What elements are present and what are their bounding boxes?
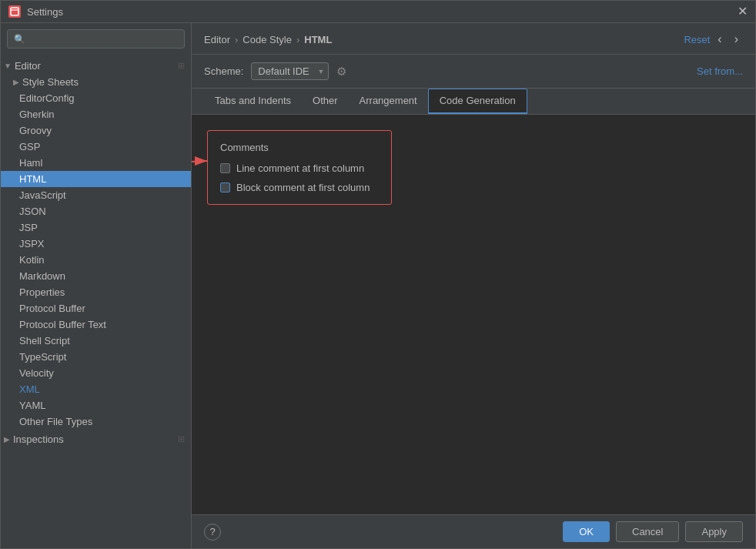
breadcrumb: Editor › Code Style › HTML [204, 34, 332, 45]
sidebar-item-label: YAML [19, 400, 45, 411]
search-input[interactable] [28, 33, 178, 45]
sidebar-item-html[interactable]: HTML [1, 171, 191, 187]
sidebar-item-velocity[interactable]: Velocity [1, 365, 191, 381]
expand-icon-right: ⊞ [178, 61, 185, 71]
sidebar-item-protocol-buffer-text[interactable]: Protocol Buffer Text [1, 316, 191, 333]
breadcrumb-editor: Editor [204, 34, 230, 45]
sidebar-item-label: JSP [19, 222, 38, 233]
comments-box: Comments Line comment at first column Bl… [207, 130, 392, 205]
sidebar-item-label: HTML [19, 173, 46, 185]
sidebar-item-label: Velocity [19, 367, 54, 379]
sidebar: 🔍 ▼ Editor ⊞ ▶ Style Sheets [1, 23, 192, 548]
tabs-bar: Tabs and Indents Other Arrangement Code … [192, 89, 755, 115]
comments-section-title: Comments [220, 142, 379, 153]
sidebar-item-label: EditorConfig [19, 92, 75, 104]
search-box[interactable]: 🔍 [7, 29, 185, 49]
block-comment-checkbox[interactable] [220, 182, 230, 192]
sidebar-item-gsp[interactable]: GSP [1, 139, 191, 155]
sidebar-item-editor[interactable]: ▼ Editor ⊞ [1, 58, 191, 74]
sidebar-item-gherkin[interactable]: Gherkin [1, 106, 191, 122]
cancel-button[interactable]: Cancel [616, 521, 679, 542]
scheme-select-wrapper: Default IDE [251, 62, 329, 80]
sidebar-item-jsp[interactable]: JSP [1, 219, 191, 236]
sidebar-item-groovy[interactable]: Groovy [1, 122, 191, 139]
gear-button[interactable]: ⚙ [336, 65, 346, 79]
breadcrumb-nav: Reset ‹ › [684, 31, 743, 48]
apply-button[interactable]: Apply [685, 521, 743, 542]
chevron-right-icon: ▶ [4, 435, 10, 444]
sidebar-item-json[interactable]: JSON [1, 203, 191, 219]
sidebar-item-javascript[interactable]: JavaScript [1, 187, 191, 203]
ok-button[interactable]: OK [563, 521, 610, 542]
bottom-right-buttons: OK Cancel Apply [563, 521, 743, 542]
settings-window: Settings ✕ 🔍 ▼ Editor ⊞ [0, 0, 756, 549]
chevron-right-icon: ▶ [13, 78, 19, 86]
sidebar-item-label: Properties [19, 286, 65, 298]
breadcrumb-bar: Editor › Code Style › HTML Reset ‹ › [192, 23, 755, 55]
sidebar-item-label: Haml [19, 157, 42, 169]
scheme-select[interactable]: Default IDE [251, 62, 329, 80]
sidebar-item-label: JSPX [19, 238, 45, 249]
line-comment-label: Line comment at first column [236, 162, 364, 174]
sidebar-item-label: Shell Script [19, 335, 70, 346]
nav-forward-button[interactable]: › [730, 31, 743, 48]
sidebar-item-label: JavaScript [19, 189, 66, 201]
panel-content: Comments Line comment at first column Bl… [192, 115, 755, 514]
sidebar-item-label: TypeScript [19, 351, 66, 363]
breadcrumb-code-style: Code Style [243, 34, 292, 45]
sidebar-item-label: XML [19, 383, 40, 395]
tab-code-generation[interactable]: Code Generation [428, 89, 527, 114]
reset-button[interactable]: Reset [684, 34, 710, 45]
sidebar-item-label: JSON [19, 206, 46, 217]
sidebar-item-label: Other File Types [19, 416, 92, 427]
tab-tabs-and-indents[interactable]: Tabs and Indents [204, 89, 302, 114]
tab-other[interactable]: Other [302, 89, 349, 114]
chevron-down-icon: ▼ [4, 62, 12, 70]
sidebar-item-label: Gherkin [19, 109, 55, 120]
app-icon [8, 5, 21, 18]
sidebar-item-label: Protocol Buffer Text [19, 319, 106, 330]
sidebar-item-label: Editor [15, 60, 41, 72]
sidebar-item-markdown[interactable]: Markdown [1, 268, 191, 284]
sidebar-item-label: Protocol Buffer [19, 303, 85, 314]
sidebar-item-editor-config[interactable]: EditorConfig [1, 90, 191, 106]
main-content: Editor › Code Style › HTML Reset ‹ › Sch… [192, 23, 755, 548]
sidebar-item-protocol-buffer[interactable]: Protocol Buffer [1, 300, 191, 316]
bottom-bar: ? OK Cancel Apply [192, 514, 755, 548]
sidebar-item-other-file-types[interactable]: Other File Types [1, 413, 191, 430]
tab-arrangement[interactable]: Arrangement [349, 89, 428, 114]
sidebar-item-typescript[interactable]: TypeScript [1, 349, 191, 365]
sidebar-item-haml[interactable]: Haml [1, 155, 191, 171]
sidebar-item-label: Markdown [19, 270, 65, 282]
sidebar-item-xml[interactable]: XML [1, 381, 191, 397]
sidebar-item-jspx[interactable]: JSPX [1, 236, 191, 252]
sidebar-item-yaml[interactable]: YAML [1, 397, 191, 413]
content-area: 🔍 ▼ Editor ⊞ ▶ Style Sheets [1, 23, 755, 548]
scheme-bar: Scheme: Default IDE ⚙ Set from... [192, 55, 755, 89]
block-comment-row: Block comment at first column [220, 182, 379, 193]
help-button[interactable]: ? [204, 524, 221, 541]
sidebar-item-style-sheets[interactable]: ▶ Style Sheets [1, 74, 191, 90]
sidebar-item-label: Inspections [13, 434, 64, 445]
nav-back-button[interactable]: ‹ [713, 31, 726, 48]
window-title: Settings [27, 6, 63, 18]
set-from-link[interactable]: Set from... [697, 65, 743, 77]
expand-icon-right: ⊞ [178, 434, 185, 444]
search-icon: 🔍 [14, 34, 25, 45]
line-comment-checkbox[interactable] [220, 163, 230, 173]
sidebar-item-label: Groovy [19, 125, 52, 136]
svg-rect-0 [11, 8, 18, 15]
title-bar: Settings ✕ [1, 1, 755, 23]
breadcrumb-sep1: › [235, 34, 238, 45]
line-comment-row: Line comment at first column [220, 162, 379, 174]
sidebar-item-kotlin[interactable]: Kotlin [1, 252, 191, 268]
sidebar-item-inspections[interactable]: ▶ Inspections ⊞ [1, 431, 191, 447]
close-button[interactable]: ✕ [738, 5, 748, 18]
sidebar-tree: ▼ Editor ⊞ ▶ Style Sheets EditorConfig [1, 55, 191, 548]
breadcrumb-html: HTML [304, 34, 332, 45]
sidebar-item-shell-script[interactable]: Shell Script [1, 333, 191, 349]
sidebar-item-properties[interactable]: Properties [1, 284, 191, 300]
sidebar-item-label: GSP [19, 141, 40, 152]
breadcrumb-sep2: › [296, 34, 299, 45]
sidebar-item-label: Kotlin [19, 254, 45, 266]
